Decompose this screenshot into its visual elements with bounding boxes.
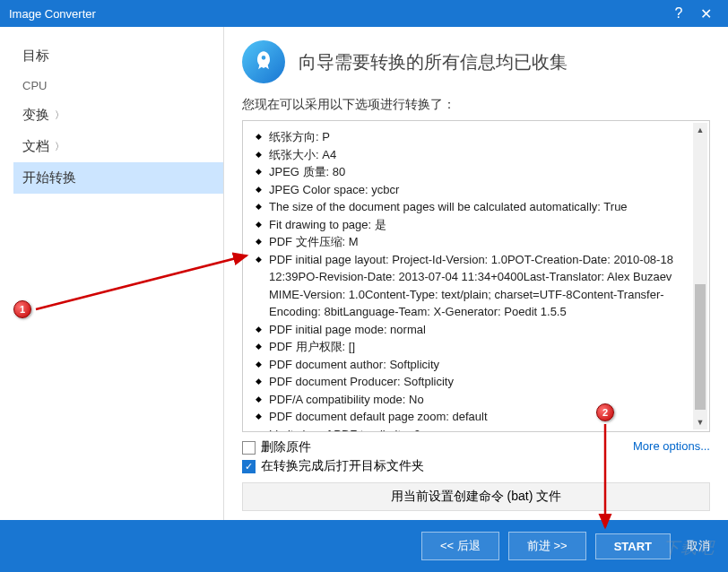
- scrollbar[interactable]: ▲ ▼: [693, 123, 707, 429]
- sidebar-item-label: CPU: [22, 79, 47, 92]
- footer-bar: << 后退 前进 >> START 取消: [0, 520, 728, 572]
- close-icon[interactable]: ✕: [692, 5, 719, 22]
- checkbox-group: 删除原件 ✓ 在转换完成后打开目标文件夹: [242, 439, 633, 477]
- content-area: 目标 CPU 变换 〉 文档 〉 开始转换 向导需要转换的所有信息均已收集 您现…: [0, 27, 728, 520]
- sidebar-item-label: 文档: [22, 138, 49, 155]
- settings-list-item: PDF document Producer: Softplicity: [252, 373, 700, 391]
- sidebar-item-label: 开始转换: [22, 169, 76, 186]
- settings-list-item: PDF/A compatibility mode: No: [252, 391, 700, 409]
- settings-list-item: The size of the document pages will be c…: [252, 198, 700, 216]
- sidebar: 目标 CPU 变换 〉 文档 〉 开始转换: [0, 27, 224, 520]
- window-title: Image Converter: [9, 7, 665, 21]
- titlebar: Image Converter ? ✕: [0, 0, 728, 27]
- settings-list-item: Fit drawing to page: 是: [252, 216, 700, 234]
- settings-list-item: 纸张方向: P: [252, 128, 700, 146]
- settings-list-item: PDF initial page layout: Project-Id-Vers…: [252, 251, 700, 321]
- options-row: 删除原件 ✓ 在转换完成后打开目标文件夹 More options...: [242, 439, 710, 477]
- checkbox-label: 删除原件: [261, 439, 311, 455]
- checkbox-icon[interactable]: [242, 441, 256, 455]
- start-button[interactable]: START: [595, 533, 671, 559]
- create-bat-file-button[interactable]: 用当前设置创建命令 (bat) 文件: [242, 482, 710, 511]
- help-icon[interactable]: ?: [665, 5, 692, 22]
- main-panel: 向导需要转换的所有信息均已收集 您现在可以采用以下选项进行转换了： 纸张方向: …: [224, 27, 728, 520]
- intro-text: 您现在可以采用以下选项进行转换了：: [242, 97, 710, 113]
- chevron-right-icon: 〉: [55, 108, 65, 122]
- sidebar-item-target[interactable]: 目标: [13, 40, 223, 72]
- forward-button[interactable]: 前进 >>: [508, 532, 586, 560]
- sidebar-item-transform[interactable]: 变换 〉: [13, 100, 223, 131]
- checkbox-icon[interactable]: ✓: [242, 460, 256, 473]
- settings-list-item: JPEG 质量: 80: [252, 163, 700, 181]
- settings-list-item: PDF document default page zoom: default: [252, 408, 700, 426]
- page-title: 向导需要转换的所有信息均已收集: [299, 50, 568, 74]
- sidebar-item-label: 变换: [22, 107, 49, 124]
- chevron-right-icon: 〉: [55, 140, 65, 153]
- watermark: 下载吧: [663, 537, 715, 559]
- annotation-badge-2: 2: [596, 403, 614, 421]
- main-header: 向导需要转换的所有信息均已收集: [242, 40, 710, 83]
- scroll-up-icon[interactable]: ▲: [693, 123, 707, 137]
- sidebar-item-cpu[interactable]: CPU: [13, 72, 223, 100]
- settings-summary-box: 纸张方向: P纸张大小: A4JPEG 质量: 80JPEG Color spa…: [242, 120, 710, 432]
- settings-list-item: PDF 用户权限: []: [252, 338, 700, 356]
- checkbox-delete-originals[interactable]: 删除原件: [242, 439, 633, 455]
- sidebar-item-label: 目标: [22, 48, 49, 65]
- settings-list-item: PDF initial page mode: normal: [252, 321, 700, 339]
- annotation-badge-1: 1: [13, 300, 31, 318]
- settings-list-item: Limit size of PDF to <limit>: 0: [252, 426, 700, 433]
- checkbox-label: 在转换完成后打开目标文件夹: [261, 458, 424, 474]
- rocket-icon: [242, 40, 285, 83]
- sidebar-item-document[interactable]: 文档 〉: [13, 131, 223, 162]
- settings-list-item: 纸张大小: A4: [252, 146, 700, 164]
- settings-list-item: JPEG Color space: ycbcr: [252, 181, 700, 199]
- back-button[interactable]: << 后退: [421, 532, 499, 560]
- sidebar-item-start-conversion[interactable]: 开始转换: [13, 162, 223, 194]
- scroll-down-icon[interactable]: ▼: [693, 415, 707, 429]
- more-options-link[interactable]: More options...: [633, 439, 710, 453]
- settings-list: 纸张方向: P纸张大小: A4JPEG 质量: 80JPEG Color spa…: [252, 128, 700, 432]
- checkbox-open-folder[interactable]: ✓ 在转换完成后打开目标文件夹: [242, 458, 633, 474]
- settings-list-item: PDF 文件压缩: M: [252, 233, 700, 251]
- settings-list-item: PDF document author: Softplicity: [252, 356, 700, 374]
- scroll-thumb[interactable]: [695, 284, 706, 410]
